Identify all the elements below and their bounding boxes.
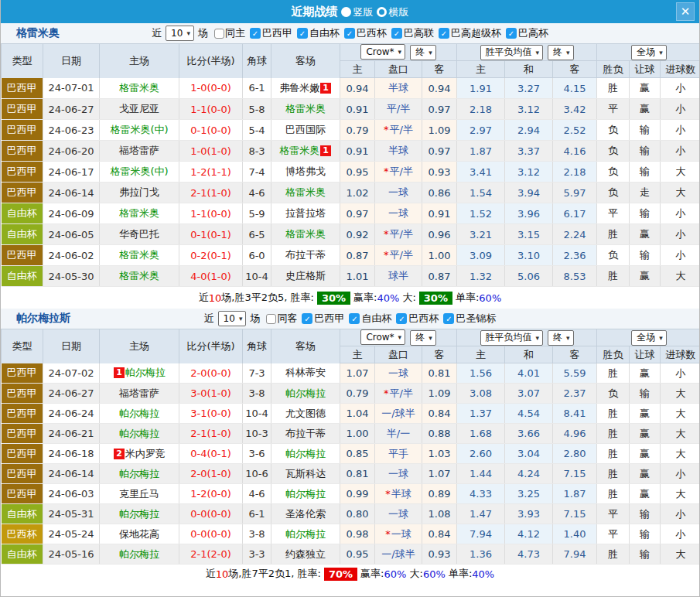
summary-segment: 赢率: xyxy=(353,291,377,305)
wdl-result-cell: 胜 xyxy=(597,484,630,504)
goals-result-cell: 小 xyxy=(661,245,700,266)
col-header-date: 日期 xyxy=(43,44,100,78)
landscape-radio-label[interactable]: 横版 xyxy=(389,6,409,18)
wdl-result-cell: 平 xyxy=(597,504,630,524)
wdl-result-cell: 胜 xyxy=(597,544,630,565)
mean-draw-cell: 3.96 xyxy=(505,203,553,224)
league-type-cell: 巴西杯 xyxy=(2,524,43,544)
portrait-radio-label[interactable]: 竖版 xyxy=(353,6,374,18)
league-checkbox[interactable] xyxy=(443,313,454,324)
date-cell: 24-06-02 xyxy=(43,245,100,266)
corner-cell: 3-6 xyxy=(243,444,271,464)
league-type-cell: 自由杯 xyxy=(2,224,43,245)
mean-lose-cell: 2.18 xyxy=(553,162,597,183)
halftime-score: (1-0) xyxy=(207,145,230,157)
red-card-badge: 1 xyxy=(320,145,331,156)
wdl-result-cell: 负 xyxy=(597,245,630,266)
away-team-cell: 巴西国际 xyxy=(271,120,340,141)
landscape-radio-icon[interactable] xyxy=(377,7,387,17)
odds-company-value: Crow* xyxy=(366,46,394,57)
league-checkbox[interactable] xyxy=(396,313,407,324)
handicap-name: 平/半 xyxy=(390,249,413,261)
league-checkbox[interactable] xyxy=(506,28,517,39)
home-team-cell: 帕尔梅拉 xyxy=(100,424,179,444)
halftime-score: (0-0) xyxy=(207,104,230,115)
handicap-result-cell: 输 xyxy=(630,544,661,565)
home-team-name: 格雷米奥 xyxy=(119,249,159,261)
away-team-cell: 格雷米奥 xyxy=(271,224,340,245)
home-team-cell: 戈亚尼亚 xyxy=(100,99,179,120)
fulltime-score: 2-1 xyxy=(190,548,207,560)
mean-lose-cell: 5.59 xyxy=(553,363,597,384)
league-checkbox[interactable] xyxy=(250,28,261,39)
mean-final-value: 终 xyxy=(553,331,562,344)
games-label: 场 xyxy=(250,312,260,326)
score-cell: 0-1(0-0) xyxy=(179,120,243,141)
odds-final-select[interactable]: 终 xyxy=(410,330,436,346)
handicap-name: 半/一 xyxy=(387,428,410,439)
match-count-select[interactable]: 10 xyxy=(166,26,194,41)
league-checkbox[interactable] xyxy=(349,313,360,324)
league-checkbox[interactable] xyxy=(344,28,355,39)
away-odds-cell: 0.93 xyxy=(422,544,457,565)
fulltime-score: 1-2 xyxy=(190,166,207,178)
home-team-name: 保地花高 xyxy=(119,528,159,540)
fulltime-score: 0-4 xyxy=(190,448,207,459)
wdl-result-cell: 胜 xyxy=(597,444,630,464)
mean-final-select[interactable]: 终 xyxy=(548,45,574,60)
wdl-result-cell: 胜 xyxy=(597,404,630,424)
fulltime-select[interactable]: 全场 xyxy=(631,45,667,60)
close-icon[interactable]: ✕ xyxy=(676,2,695,21)
home-team-cell: 弗拉门戈 xyxy=(100,183,179,203)
mean-lose-cell: 7.15 xyxy=(553,464,597,484)
mean-lose-cell: 2.52 xyxy=(553,120,597,141)
wdl-result-cell: 负 xyxy=(597,141,630,162)
score-cell: 2-1(1-0) xyxy=(179,424,243,444)
summary-segment: 赢率: xyxy=(360,567,384,581)
league-type-cell: 巴西甲 xyxy=(2,245,43,266)
home-team-name: 克里丘马 xyxy=(119,488,159,500)
mean-lose-cell: 2.36 xyxy=(553,245,597,266)
score-cell: 0-2(0-1) xyxy=(179,245,243,266)
mean-draw-cell: 3.12 xyxy=(505,99,553,120)
handicap-result-cell: 赢 xyxy=(630,266,661,287)
matches-table: 类型 日期 主场 比分(半场) 角球 客场 Crow*终 胜平负均值终 全场 xyxy=(1,43,700,287)
score-cell: 3-1(0-0) xyxy=(179,404,243,424)
home-odds-cell: 0.92 xyxy=(340,224,375,245)
league-checkbox[interactable] xyxy=(302,313,312,324)
score-cell: 0-1(0-1) xyxy=(179,224,243,245)
wdl-mean-select[interactable]: 胜平负均值 xyxy=(480,45,544,60)
mean-draw-cell: 4.24 xyxy=(505,464,553,484)
titlebar: 近期战绩竖版横版 ✕ xyxy=(1,0,699,23)
mean-final-select[interactable]: 终 xyxy=(548,330,574,346)
league-type-cell: 巴西甲 xyxy=(2,99,43,120)
mean-draw-cell: 3.12 xyxy=(505,162,553,183)
league-type-cell: 巴西甲 xyxy=(2,78,43,99)
corner-cell: 6-0 xyxy=(243,245,271,266)
league-type-cell: 巴西甲 xyxy=(2,484,43,504)
odds-company-select[interactable]: Crow* xyxy=(360,329,405,345)
fulltime-score: 0-0 xyxy=(190,508,207,520)
same-venue-checkbox[interactable] xyxy=(266,314,276,324)
halftime-score: (1-1) xyxy=(207,166,230,178)
date-cell: 24-07-02 xyxy=(43,363,100,384)
odds-company-select[interactable]: Crow* xyxy=(360,44,405,60)
goals-result-cell: 大 xyxy=(661,266,700,287)
home-team-cell: 保地花高 xyxy=(100,524,179,544)
odds-final-select[interactable]: 终 xyxy=(410,45,436,60)
home-odds-cell: 0.94 xyxy=(340,78,375,99)
handicap-star: * xyxy=(384,124,389,135)
handicap-result-cell: 赢 xyxy=(630,424,661,444)
league-checkbox[interactable] xyxy=(391,28,402,39)
wdl-mean-select[interactable]: 胜平负均值 xyxy=(480,330,544,346)
match-count-select[interactable]: 10 xyxy=(218,311,247,326)
home-team-cell: 2米内罗竞 xyxy=(100,444,179,464)
same-venue-checkbox[interactable] xyxy=(214,29,224,39)
subcol-wdl: 胜负 xyxy=(597,61,630,78)
fulltime-select[interactable]: 全场 xyxy=(631,330,667,346)
corner-cell: 3-3 xyxy=(243,544,271,565)
halftime-score: (0-0) xyxy=(207,488,230,500)
league-checkbox[interactable] xyxy=(439,28,449,39)
league-checkbox[interactable] xyxy=(297,28,308,39)
portrait-radio-icon[interactable] xyxy=(341,7,351,17)
